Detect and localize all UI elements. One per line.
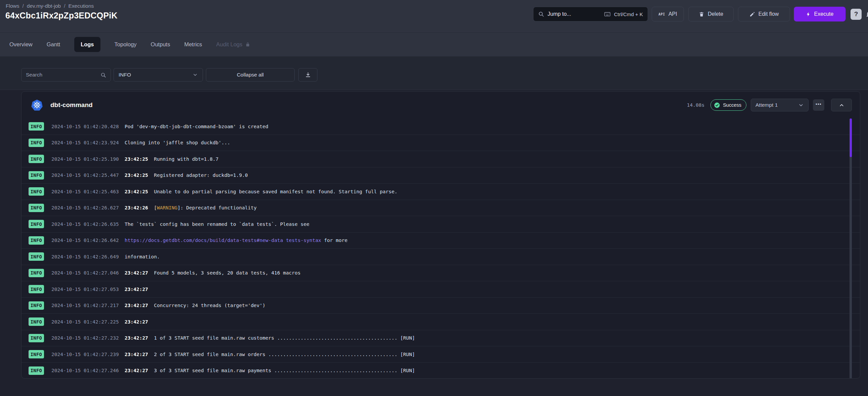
log-message: 23:42:25 Unable to do partial parsing be… — [125, 189, 397, 194]
page-title: 64xCbc1iRx2pZp3EDCQPiK — [5, 11, 118, 21]
log-text-segment: Pod 'dev-my-dbt-job-dbt-command-bzoam' i… — [125, 124, 269, 129]
log-text-segment: [ — [148, 205, 157, 210]
log-text-segment: 23:42:26 — [125, 205, 148, 210]
attempt-select-value: Attempt 1 — [755, 102, 778, 108]
log-level-badge: INFO — [29, 187, 44, 196]
log-timestamp: 2024-10-15 01:42:25.463 — [52, 189, 119, 194]
log-text-segment: 23:42:25 — [125, 156, 148, 162]
api-icon: API — [658, 12, 665, 16]
filter-band: INFO Collapse all — [0, 56, 868, 90]
log-text-segment: Running with dbt=1.8.7 — [148, 156, 219, 162]
api-button-label: API — [669, 11, 677, 17]
tab-metrics[interactable]: Metrics — [184, 41, 202, 48]
log-text-segment: 23:42:27 — [125, 287, 148, 292]
log-text-segment: Concurrency: 24 threads (target='dev') — [148, 303, 266, 308]
log-message: 23:42:25 Registered adapter: duckdb=1.9.… — [125, 172, 248, 178]
breadcrumb-separator: / — [64, 3, 65, 9]
log-text-segment: 23:42:27 — [125, 352, 148, 357]
log-level-selected: INFO — [119, 72, 131, 78]
edit-flow-button-label: Edit flow — [758, 11, 779, 17]
download-logs-button[interactable] — [298, 68, 317, 81]
log-message: 23:42:27 — [125, 319, 148, 325]
jump-to-input[interactable] — [548, 11, 600, 17]
log-timestamp: 2024-10-15 01:42:27.046 — [52, 270, 119, 275]
breadcrumb-flows[interactable]: Flows — [6, 3, 19, 9]
log-message: 23:42:27 1 of 3 START seed file main.raw… — [125, 335, 415, 341]
log-timestamp: 2024-10-15 01:42:27.225 — [52, 319, 119, 325]
scrollbar-track[interactable] — [849, 119, 852, 378]
log-text-segment: Cloning into 'jaffle_shop_duckdb'... — [125, 140, 230, 145]
tab-audit-logs-label: Audit Logs — [216, 41, 243, 48]
log-row: INFO 2024-10-15 01:42:27.225 23:42:27 — [22, 314, 860, 330]
log-level-badge: INFO — [29, 220, 44, 228]
search-icon — [538, 11, 544, 17]
delete-button[interactable]: Delete — [688, 7, 734, 22]
log-timestamp: 2024-10-15 01:42:27.217 — [52, 303, 119, 308]
log-row: INFO 2024-10-15 01:42:26.635 The `tests`… — [22, 216, 860, 233]
delete-button-label: Delete — [708, 11, 723, 17]
log-message: 23:42:27 Concurrency: 24 threads (target… — [125, 303, 266, 308]
log-timestamp: 2024-10-15 01:42:27.239 — [52, 352, 119, 357]
log-level-select[interactable]: INFO — [114, 68, 203, 81]
log-text-segment: 23:42:27 — [125, 303, 148, 308]
collapse-panel-button[interactable] — [831, 99, 852, 111]
chevron-up-icon — [839, 102, 844, 108]
jump-to-shortcut: Ctrl/Cmd + K — [614, 11, 643, 17]
status-badge-label: Success — [723, 102, 741, 108]
log-list: INFO 2024-10-15 01:42:20.428 Pod 'dev-my… — [22, 119, 860, 378]
log-level-badge: INFO — [29, 139, 44, 147]
log-text-segment: 3 of 3 START seed file main.raw_payments… — [148, 368, 415, 373]
collapse-all-label: Collapse all — [237, 72, 264, 78]
help-icon[interactable]: ? — [850, 9, 862, 20]
log-row: INFO 2024-10-15 01:42:27.239 23:42:27 2 … — [22, 346, 860, 363]
attempt-select[interactable]: Attempt 1 — [751, 99, 809, 111]
tab-outputs[interactable]: Outputs — [151, 41, 170, 48]
log-level-badge: INFO — [29, 269, 44, 277]
log-link[interactable]: https://docs.getdbt.com/docs/build/data-… — [125, 238, 321, 243]
tabs-bar: Overview Gantt Logs Topology Outputs Met… — [0, 32, 868, 56]
log-text-segment: 1 of 3 START seed file main.raw_customer… — [148, 335, 415, 341]
log-timestamp: 2024-10-15 01:42:26.649 — [52, 254, 119, 259]
log-text-segment: Registered adapter: duckdb=1.9.0 — [148, 172, 248, 178]
log-text-segment: for more — [321, 238, 348, 243]
log-message: 23:42:27 2 of 3 START seed file main.raw… — [125, 352, 415, 357]
log-search-input[interactable] — [26, 72, 98, 78]
api-button[interactable]: API API — [652, 7, 684, 22]
jump-to-search[interactable]: Ctrl/Cmd + K — [533, 7, 648, 22]
breadcrumb-executions[interactable]: Executions — [68, 3, 94, 9]
task-duration: 14.08s — [687, 102, 705, 108]
log-row: INFO 2024-10-15 01:42:26.627 23:42:26 [W… — [22, 200, 860, 217]
log-text-segment: Found 5 models, 3 seeds, 20 data tests, … — [148, 270, 301, 275]
tab-logs[interactable]: Logs — [74, 37, 100, 52]
log-level-badge: INFO — [29, 236, 44, 245]
log-row: INFO 2024-10-15 01:42:27.217 23:42:27 Co… — [22, 298, 860, 314]
bell-icon[interactable] — [865, 9, 868, 19]
task-log-panel: dbt-command 14.08s Success Attempt 1 •••… — [21, 91, 860, 378]
log-message: Pod 'dev-my-dbt-job-dbt-command-bzoam' i… — [125, 124, 269, 129]
log-timestamp: 2024-10-15 01:42:25.190 — [52, 156, 119, 162]
log-text-segment: 2 of 3 START seed file main.raw_orders .… — [148, 352, 415, 357]
log-message: 23:42:25 Running with dbt=1.8.7 — [125, 156, 218, 162]
breadcrumb-flow-id[interactable]: dev.my-dbt-job — [27, 3, 61, 9]
log-text-segment: The `tests` config has been renamed to `… — [125, 222, 309, 227]
more-options-button[interactable]: ••• — [813, 99, 824, 111]
log-search-field[interactable] — [21, 68, 111, 81]
collapse-all-button[interactable]: Collapse all — [206, 68, 294, 81]
log-text-segment: 23:42:27 — [125, 270, 148, 275]
tab-overview[interactable]: Overview — [9, 41, 33, 48]
log-timestamp: 2024-10-15 01:42:27.246 — [52, 368, 119, 373]
scrollbar-thumb[interactable] — [849, 119, 852, 157]
edit-flow-button[interactable]: Edit flow — [738, 7, 790, 22]
log-row: INFO 2024-10-15 01:42:25.447 23:42:25 Re… — [22, 167, 860, 184]
log-filters: INFO Collapse all — [21, 68, 317, 81]
chevron-down-icon — [192, 72, 198, 77]
log-text-segment: 23:42:27 — [125, 335, 148, 341]
topbar-actions: Ctrl/Cmd + K API API Delete Edit flow Ex… — [533, 7, 868, 22]
lightning-bolt-icon — [806, 12, 811, 17]
log-level-badge: INFO — [29, 318, 44, 326]
tab-gantt[interactable]: Gantt — [47, 41, 60, 48]
log-timestamp: 2024-10-15 01:42:26.635 — [52, 222, 119, 227]
execute-button[interactable]: Execute — [794, 7, 845, 22]
tab-topology[interactable]: Topology — [115, 41, 137, 48]
log-level-badge: INFO — [29, 366, 44, 375]
